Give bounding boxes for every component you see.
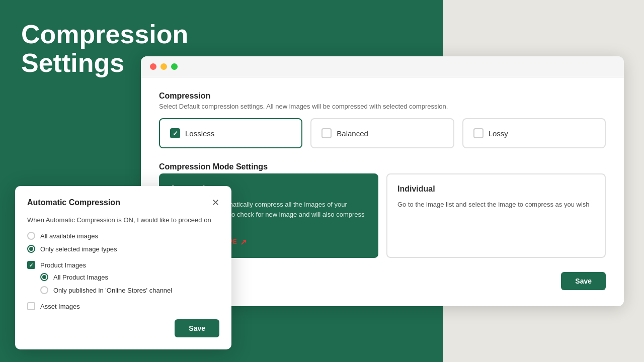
modal-save-button[interactable]: Save xyxy=(175,319,219,337)
radio-selected-circle xyxy=(27,245,35,253)
cursor-icon: ↗ xyxy=(240,237,247,247)
radio-all-product[interactable]: All Product Images xyxy=(40,273,219,281)
online-stores-circle xyxy=(40,286,48,294)
radio-all-images[interactable]: All available images xyxy=(27,232,219,240)
main-save-button[interactable]: Save xyxy=(561,272,606,290)
product-radio-group: All Product Images Only published in 'On… xyxy=(40,273,219,294)
asset-images-label: Asset Images xyxy=(40,303,80,310)
lossless-label: Lossless xyxy=(185,129,214,138)
lossless-checkbox xyxy=(170,128,180,138)
traffic-light-green[interactable] xyxy=(171,63,178,70)
lossy-label: Lossy xyxy=(489,129,508,138)
automatic-compression-modal: Automatic Compression ✕ When Automatic C… xyxy=(15,186,231,349)
lossy-checkbox xyxy=(473,128,484,138)
radio-online-stores[interactable]: Only published in 'Online Stores' channe… xyxy=(40,286,219,294)
compression-section: Compression Select Default compression s… xyxy=(159,92,606,148)
balanced-checkbox xyxy=(321,128,332,138)
traffic-light-red[interactable] xyxy=(150,63,156,70)
compression-card-lossless[interactable]: Lossless xyxy=(159,118,302,148)
modal-close-button[interactable]: ✕ xyxy=(212,198,219,207)
radio-selected-types[interactable]: Only selected image types xyxy=(27,245,219,253)
online-stores-label: Only published in 'Online Stores' channe… xyxy=(53,287,172,294)
balanced-label: Balanced xyxy=(337,129,368,138)
modal-radio-group: All available images Only selected image… xyxy=(27,232,219,253)
all-product-circle xyxy=(40,273,48,281)
traffic-light-yellow[interactable] xyxy=(160,63,167,70)
individual-desc: Go to the image list and select the imag… xyxy=(397,200,595,210)
asset-images-checkbox xyxy=(27,302,35,310)
mode-card-individual[interactable]: Individual Go to the image list and sele… xyxy=(386,173,606,258)
modal-header: Automatic Compression ✕ xyxy=(27,198,219,207)
compression-desc: Select Default compression settings. All… xyxy=(159,103,606,110)
radio-all-label: All available images xyxy=(40,232,98,240)
radio-selected-label: Only selected image types xyxy=(40,245,117,253)
mode-title: Compression Mode Settings xyxy=(159,162,606,171)
product-images-label: Product Images xyxy=(40,261,86,269)
all-product-label: All Product Images xyxy=(53,274,108,281)
product-images-checkbox xyxy=(27,261,35,269)
radio-all-circle xyxy=(27,232,35,240)
checkbox-asset-images[interactable]: Asset Images xyxy=(27,302,219,310)
product-sub-options: All Product Images Only published in 'On… xyxy=(40,273,219,294)
compression-options: Lossless Balanced Lossy xyxy=(159,118,606,148)
modal-subtitle: When Automatic Compression is ON, I woul… xyxy=(27,216,219,224)
compression-card-balanced[interactable]: Balanced xyxy=(310,118,454,148)
modal-footer: Save xyxy=(27,319,219,337)
checkbox-product-images[interactable]: Product Images xyxy=(27,261,219,269)
compression-card-lossy[interactable]: Lossy xyxy=(462,118,606,148)
compression-title: Compression xyxy=(159,92,606,101)
title-bar xyxy=(141,56,624,77)
modal-title: Automatic Compression xyxy=(27,198,120,207)
individual-title: Individual xyxy=(397,185,595,194)
